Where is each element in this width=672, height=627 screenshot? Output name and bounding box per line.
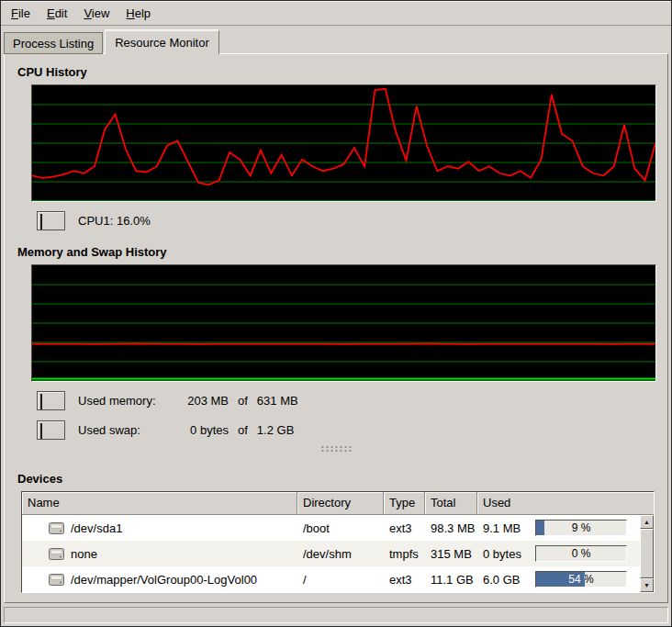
tab-process-listing[interactable]: Process Listing [4, 32, 103, 54]
arrow-up-icon: ▲ [644, 519, 650, 525]
column-header-type[interactable]: Type [384, 492, 425, 515]
device-type: tmpfs [384, 547, 425, 561]
cpu-history-title: CPU History [17, 65, 656, 79]
device-total: 98.3 MB [425, 521, 477, 535]
device-total: 315 MB [425, 547, 477, 561]
device-type: ext3 [384, 521, 425, 535]
swap-legend: Used swap: 0 bytes of 1.2 GB [37, 420, 656, 440]
swap-color-chip [40, 423, 42, 439]
memory-total-value: 631 MB [257, 394, 298, 408]
used-percent-bar: 54 %54 % [535, 571, 627, 588]
swap-legend-swatch [37, 420, 65, 440]
memory-graph-canvas [32, 265, 655, 381]
memory-color-chip [40, 394, 42, 409]
device-used: 9.1 MB [483, 521, 521, 535]
column-header-directory[interactable]: Directory [297, 492, 384, 515]
cpu-legend: CPU1: 16.0% [37, 211, 656, 230]
memory-legend-label: Used memory: [78, 394, 172, 408]
tab-bar: Process Listing Resource Monitor [1, 26, 671, 54]
memory-history-graph [31, 264, 656, 382]
menubar: FileEditViewHelp [1, 1, 671, 26]
scroll-up-button[interactable]: ▲ [640, 515, 654, 529]
device-row[interactable]: /dev/sda1/bootext398.3 MB9.1 MB9 %9 % [22, 515, 640, 541]
device-used: 6.0 GB [483, 573, 520, 587]
device-used: 0 bytes [483, 547, 521, 561]
drive-icon [49, 522, 64, 534]
devices-body: /dev/sda1/bootext398.3 MB9.1 MB9 %9 %non… [22, 515, 654, 592]
memory-legend: Used memory: 203 MB of 631 MB [37, 391, 656, 410]
device-name: /dev/sda1 [71, 521, 122, 535]
pane-resize-handle[interactable] [320, 445, 352, 453]
cpu-legend-swatch [37, 211, 65, 230]
devices-table: NameDirectoryTypeTotalUsed /dev/sda1/boo… [21, 491, 655, 593]
vertical-scrollbar[interactable]: ▲ ▼ [640, 515, 654, 592]
column-header-total[interactable]: Total [425, 492, 477, 515]
device-type: ext3 [384, 573, 425, 587]
swap-of-text: of [238, 423, 248, 437]
device-directory: /boot [297, 521, 384, 535]
menu-view[interactable]: View [75, 3, 118, 24]
column-header-name[interactable]: Name [22, 492, 297, 515]
swap-total-value: 1.2 GB [257, 423, 294, 437]
device-row[interactable]: none/dev/shmtmpfs315 MB0 bytes0 %0 % [22, 541, 640, 566]
device-name: none [71, 547, 97, 561]
menu-file[interactable]: File [3, 3, 39, 24]
memory-history-title: Memory and Swap History [17, 245, 656, 259]
resource-monitor-page: CPU History CPU1: 16.0% Memory and Swap … [4, 53, 668, 603]
used-percent-bar: 9 %9 % [535, 520, 627, 536]
arrow-down-icon: ▼ [644, 582, 650, 588]
statusbar [4, 607, 668, 623]
drive-icon [49, 548, 64, 560]
devices-title: Devices [17, 472, 656, 486]
scrollbar-thumb[interactable] [640, 529, 654, 578]
memory-used-value: 203 MB [172, 394, 229, 408]
device-total: 11.1 GB [425, 573, 477, 587]
memory-of-text: of [238, 394, 248, 408]
cpu-history-graph [31, 84, 656, 202]
menu-edit[interactable]: Edit [39, 3, 75, 24]
swap-legend-label: Used swap: [78, 423, 172, 437]
device-directory: / [297, 573, 384, 587]
memory-legend-swatch [37, 391, 65, 410]
devices-rows: /dev/sda1/bootext398.3 MB9.1 MB9 %9 %non… [22, 515, 640, 592]
tab-resource-monitor[interactable]: Resource Monitor [105, 29, 219, 54]
cpu-color-chip [40, 214, 42, 230]
column-header-used[interactable]: Used [477, 492, 654, 515]
device-name: /dev/mapper/VolGroup00-LogVol00 [71, 573, 257, 587]
menu-help[interactable]: Help [118, 3, 159, 24]
cpu-graph-canvas [32, 85, 655, 201]
scroll-down-button[interactable]: ▼ [640, 578, 654, 592]
drive-icon [49, 574, 64, 586]
used-percent-bar: 0 %0 % [535, 545, 627, 562]
device-row[interactable]: /dev/mapper/VolGroup00-LogVol00/ext311.1… [22, 566, 640, 592]
cpu-legend-label: CPU1: 16.0% [78, 214, 151, 228]
device-directory: /dev/shm [297, 547, 384, 561]
devices-header: NameDirectoryTypeTotalUsed [22, 492, 654, 515]
swap-used-value: 0 bytes [172, 423, 229, 437]
